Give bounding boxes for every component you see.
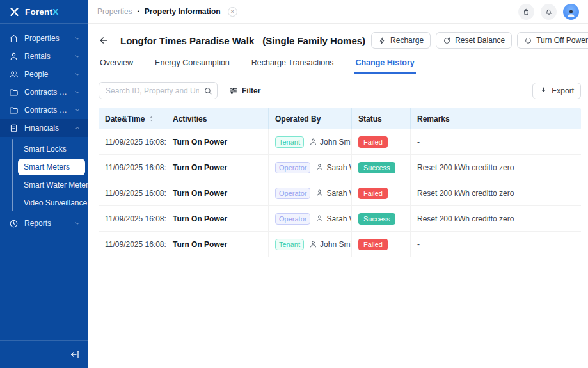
tab-recharge-transactions[interactable]: Recharge Transactions bbox=[250, 58, 335, 74]
operator-name: John Smith bbox=[320, 138, 352, 147]
brand-name: ForentX bbox=[25, 7, 58, 17]
search-icon[interactable] bbox=[203, 86, 212, 95]
operator-name: Sarah Wilson bbox=[326, 189, 352, 198]
cell-activity: Turn On Power bbox=[166, 206, 269, 231]
cell-datetime: 11/09/2025 16:08:01 bbox=[99, 206, 166, 231]
cell-activity: Turn On Power bbox=[166, 232, 269, 257]
bell-icon[interactable] bbox=[541, 4, 557, 20]
role-badge: Operator bbox=[275, 162, 310, 173]
tab-energy-consumption[interactable]: Energy Consumption bbox=[154, 58, 231, 74]
person-icon bbox=[9, 52, 19, 61]
chevron-down-icon bbox=[74, 220, 81, 227]
sidebar-collapse-icon[interactable] bbox=[70, 349, 80, 360]
page-header: Longfor Times Paradise Walk (Single Fami… bbox=[88, 24, 588, 49]
cell-operated-by: TenantJohn Smith bbox=[269, 232, 352, 257]
column-label: Activities bbox=[173, 115, 207, 124]
topbar-icons bbox=[518, 4, 579, 20]
close-tab-icon[interactable]: × bbox=[228, 7, 237, 17]
column-header-operated-by: Operated By bbox=[269, 108, 352, 129]
sidebar-subitem-smart-meters[interactable]: Smart Meters bbox=[18, 159, 85, 175]
cell-status: Success bbox=[352, 206, 411, 231]
recharge-button[interactable]: Recharge bbox=[371, 32, 431, 49]
breadcrumb-parent[interactable]: Properties bbox=[97, 7, 132, 16]
column-header-status: Status bbox=[352, 108, 411, 129]
download-icon bbox=[539, 86, 548, 95]
sidebar-item-label: Rentals bbox=[24, 52, 68, 61]
filter-label: Filter bbox=[242, 86, 260, 95]
breadcrumb-current[interactable]: Property Information bbox=[145, 7, 221, 16]
cell-activity: Turn On Power bbox=[166, 129, 269, 154]
sidebar-item-rentals[interactable]: Rentals bbox=[0, 47, 88, 65]
role-badge: Tenant bbox=[275, 239, 304, 250]
reset-balance-label: Reset Balance bbox=[455, 36, 505, 45]
sidebar-item-label: Contracts & Files bbox=[24, 88, 68, 97]
sidebar-item-label: Financials bbox=[24, 124, 68, 132]
table-header-row: Date&TimeActivitiesOperated ByStatusRema… bbox=[99, 108, 581, 129]
financials-icon bbox=[9, 124, 19, 133]
sidebar-item-properties[interactable]: Properties bbox=[0, 29, 88, 47]
chevron-up-icon bbox=[74, 125, 81, 131]
search-box bbox=[99, 82, 218, 99]
column-header-activities: Activities bbox=[166, 108, 269, 129]
sidebar-subitem-video-surveillance[interactable]: Video Surveillance bbox=[0, 194, 88, 212]
status-badge: Failed bbox=[358, 239, 388, 250]
topbar: Properties • Property Information × bbox=[88, 0, 588, 24]
table-row: 11/09/2025 16:08:01Turn On PowerTenantJo… bbox=[99, 129, 581, 155]
reset-balance-button[interactable]: Reset Balance bbox=[436, 32, 512, 49]
person-small-icon bbox=[309, 138, 317, 146]
filter-button[interactable]: Filter bbox=[229, 86, 260, 95]
column-header-date-time[interactable]: Date&Time bbox=[99, 108, 166, 129]
cell-datetime: 11/09/2025 16:08:01 bbox=[99, 180, 166, 205]
role-badge: Operator bbox=[275, 213, 310, 225]
cell-operated-by: OperatorSarah Wilson bbox=[269, 180, 352, 205]
sidebar-subitem-smart-locks[interactable]: Smart Locks bbox=[0, 140, 88, 158]
person-small-icon bbox=[309, 240, 317, 248]
cell-datetime: 11/09/2025 16:08:01 bbox=[99, 129, 166, 154]
search-input[interactable] bbox=[99, 82, 218, 99]
cell-status: Failed bbox=[352, 232, 411, 257]
logo-row: ForentX bbox=[0, 0, 88, 24]
cell-datetime: 11/09/2025 16:08:01 bbox=[99, 232, 166, 257]
export-button[interactable]: Export bbox=[532, 83, 581, 99]
page-title: Longfor Times Paradise Walk bbox=[120, 35, 254, 46]
sidebar-item-label: Contracts & Files bbox=[24, 106, 68, 115]
page-subtitle: (Single Family Homes) bbox=[262, 35, 365, 46]
sidebar: ForentX PropertiesRentalsPeopleContracts… bbox=[0, 0, 88, 368]
sidebar-item-people[interactable]: People bbox=[0, 65, 88, 83]
chevron-down-icon bbox=[74, 71, 81, 77]
sidebar-item-contracts-files[interactable]: Contracts & Files bbox=[0, 83, 88, 101]
cell-operated-by: TenantJohn Smith bbox=[269, 129, 352, 154]
sidebar-item-reports[interactable]: Reports bbox=[0, 214, 88, 232]
back-arrow-icon[interactable] bbox=[99, 35, 109, 45]
sidebar-item-financials[interactable]: Financials bbox=[0, 119, 88, 137]
sidebar-subitem-smart-water-meters[interactable]: Smart Water Meters bbox=[0, 176, 88, 194]
column-label: Remarks bbox=[417, 115, 450, 124]
sidebar-item-label: Reports bbox=[24, 219, 68, 228]
cell-operated-by: OperatorSarah Wilson bbox=[269, 206, 352, 231]
tab-change-history[interactable]: Change History bbox=[354, 58, 415, 74]
cell-activity: Turn On Power bbox=[166, 180, 269, 205]
breadcrumb-separator: • bbox=[138, 8, 139, 15]
chevron-down-icon bbox=[74, 89, 81, 95]
status-badge: Failed bbox=[358, 188, 388, 199]
table-body: 11/09/2025 16:08:01Turn On PowerTenantJo… bbox=[99, 129, 581, 257]
folder-icon bbox=[9, 106, 19, 115]
user-avatar[interactable] bbox=[563, 4, 579, 20]
turn-off-power-label: Turn Off Power bbox=[536, 36, 588, 45]
status-badge: Success bbox=[358, 162, 395, 173]
sidebar-submenu: Smart LocksSmart MetersSmart Water Meter… bbox=[0, 137, 88, 214]
chevron-down-icon bbox=[74, 53, 81, 60]
recharge-icon bbox=[378, 36, 386, 45]
sidebar-item-label: People bbox=[24, 70, 68, 79]
cell-status: Failed bbox=[352, 129, 411, 154]
home-icon bbox=[9, 34, 19, 44]
turn-off-power-button[interactable]: Turn Off Power bbox=[517, 32, 588, 49]
bag-icon[interactable] bbox=[518, 4, 534, 20]
tab-bar: OverviewEnergy ConsumptionRecharge Trans… bbox=[88, 58, 588, 74]
sidebar-item-contracts-files[interactable]: Contracts & Files bbox=[0, 101, 88, 119]
cell-remarks: Reset 200 kWh creditto zero bbox=[411, 180, 581, 205]
chevron-down-icon bbox=[74, 107, 81, 113]
filter-icon bbox=[229, 86, 238, 95]
operator-name: John Smith bbox=[320, 240, 352, 249]
tab-overview[interactable]: Overview bbox=[99, 58, 134, 74]
